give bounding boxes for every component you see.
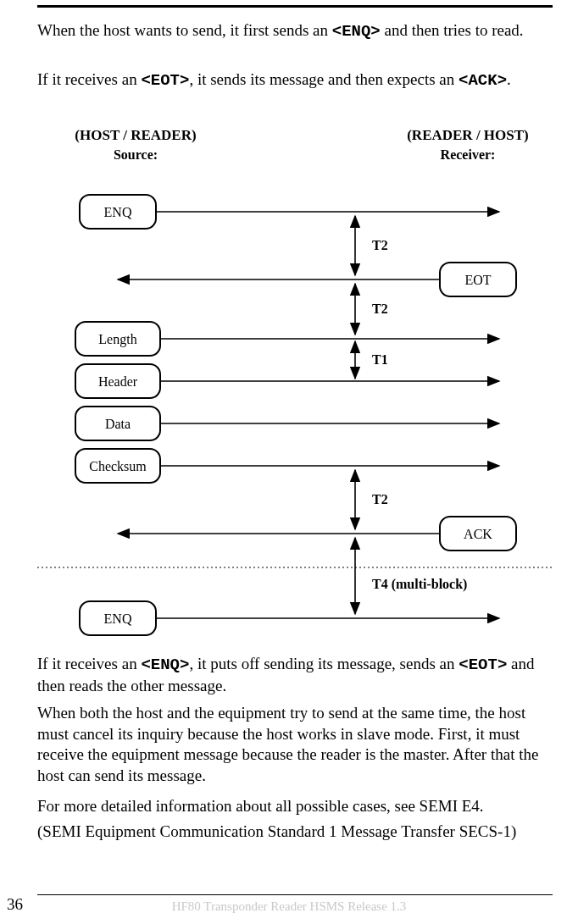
code-enq2: <ENQ> xyxy=(141,656,189,674)
footer-text: HF80 Transponder Reader HSMS Release 1.3 xyxy=(0,899,578,914)
source-sub: Source: xyxy=(42,147,229,163)
footer-rule xyxy=(37,894,553,895)
receiver-header: (READER / HOST) xyxy=(383,127,553,144)
text: , it sends its message and then expects … xyxy=(189,70,459,88)
checksum-box: Checksum xyxy=(89,459,147,473)
sequence-diagram: ENQ T2 EOT T2 Length T1 Header xyxy=(37,169,553,652)
receiver-sub: Receiver: xyxy=(383,147,553,163)
text: , it puts off sending its message, sends… xyxy=(189,655,459,672)
code-eot2: <EOT> xyxy=(459,656,507,674)
data-box: Data xyxy=(105,417,131,431)
t1-label: T1 xyxy=(372,352,388,367)
t4-label: T4 (multi-block) xyxy=(372,577,467,592)
paragraph-4: When both the host and the equipment try… xyxy=(37,703,553,787)
code-ack: <ACK> xyxy=(459,71,507,90)
paragraph-6: (SEMI Equipment Communication Standard 1… xyxy=(37,822,553,843)
text: If it receives an xyxy=(37,70,141,88)
enq-box-1: ENQ xyxy=(104,205,132,219)
paragraph-3: If it receives an <ENQ>, it puts off sen… xyxy=(37,654,553,696)
t2-label-1: T2 xyxy=(372,238,388,252)
source-header: (HOST / READER) xyxy=(42,127,229,144)
t2-label-2: T2 xyxy=(372,302,388,316)
ack-box: ACK xyxy=(464,527,492,541)
code-eot: <EOT> xyxy=(141,71,189,90)
text: . xyxy=(507,70,511,88)
text: When the host wants to send, it first se… xyxy=(37,21,332,39)
paragraph-5: For more detailed information about all … xyxy=(37,796,553,817)
t2-label-3: T2 xyxy=(372,492,388,506)
text: If it receives an xyxy=(37,655,141,672)
paragraph-1: When the host wants to send, it first se… xyxy=(37,20,553,42)
enq-box-2: ENQ xyxy=(104,611,132,626)
paragraph-2: If it receives an <EOT>, it sends its me… xyxy=(37,69,553,91)
code-enq: <ENQ> xyxy=(332,22,381,41)
text: and then tries to read. xyxy=(381,21,524,39)
top-rule xyxy=(37,5,553,8)
eot-box: EOT xyxy=(464,273,491,287)
length-box: Length xyxy=(98,332,136,347)
header-box: Header xyxy=(98,374,138,389)
